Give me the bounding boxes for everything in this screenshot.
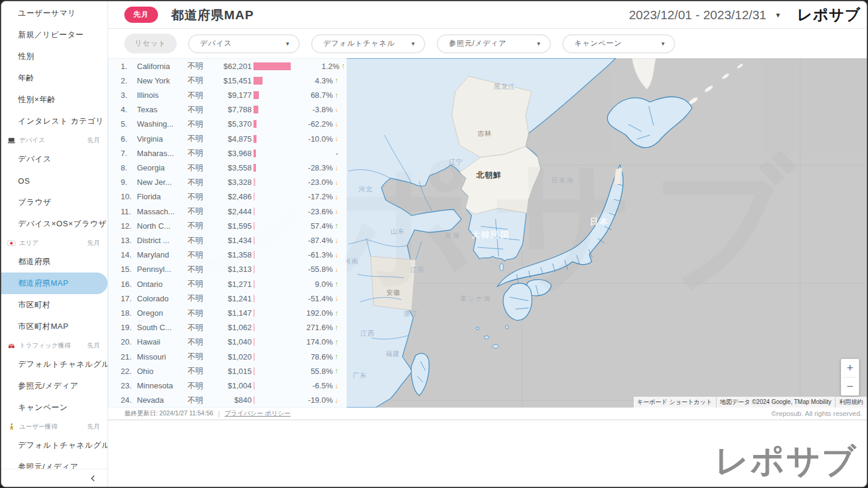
- row-rank: 13.: [117, 236, 137, 245]
- sidebar-item[interactable]: キャンペーン: [1, 397, 108, 418]
- row-bar: [253, 353, 255, 361]
- sidebar-item[interactable]: 市区町村MAP: [1, 316, 108, 337]
- row-change-value: -19.0%: [308, 396, 333, 405]
- table-row[interactable]: 18. Oregon 不明 $1,147 192.0% ↑: [117, 306, 338, 320]
- table-row[interactable]: 4. Texas 不明 $7,788 -3.8% ↓: [117, 103, 338, 117]
- map-canvas[interactable]: レポサブ 黑龙江吉林辽宁河北北朝鮮日本海大韓民国日本山东黄海河南江苏安徽浙江江西…: [108, 58, 867, 408]
- table-row[interactable]: 9. New Jer... 不明 $3,328 -23.0% ↓: [117, 175, 338, 190]
- table-row[interactable]: 12. North C... 不明 $1,595 57.4% ↑: [117, 218, 338, 233]
- row-region-name: California: [137, 62, 187, 71]
- table-row[interactable]: 20. Hawaii 不明 $1,040 174.0% ↑: [117, 335, 338, 349]
- sidebar-item[interactable]: デフォルトチャネルグループ: [1, 435, 108, 456]
- row-bar: [253, 106, 258, 113]
- sidebar-item[interactable]: 市区町村: [1, 294, 108, 316]
- filter-dropdown[interactable]: 参照元/メディア▼: [437, 34, 551, 53]
- sidebar-collapse-button[interactable]: [1, 469, 108, 487]
- chevron-down-icon: ▼: [402, 41, 416, 47]
- filter-dropdown[interactable]: デフォルトチャネル▼: [311, 34, 425, 53]
- row-bar: [253, 236, 255, 244]
- row-bar: [253, 91, 259, 99]
- row-change: -17.2% ↓: [284, 192, 338, 201]
- sidebar-item[interactable]: インタレスト カテゴリ: [1, 110, 108, 132]
- sidebar-item[interactable]: 性別×年齢: [1, 89, 108, 110]
- row-bar-container: [252, 291, 284, 306]
- row-revenue: $2,444: [211, 207, 252, 216]
- row-bar: [253, 367, 255, 375]
- table-row[interactable]: 17. Colorado 不明 $1,241 -51.4% ↓: [117, 291, 338, 306]
- row-device: 不明: [187, 381, 211, 391]
- table-row[interactable]: 6. Virginia 不明 $4,875 -10.0% ↓: [117, 131, 338, 146]
- row-region-name: District ...: [137, 236, 187, 245]
- map-attribution: キーボード ショートカット 地図データ ©2024 Google, TMap M…: [634, 397, 867, 408]
- table-row[interactable]: 23. Minnesota 不明 $1,004 -6.5% ↓: [117, 378, 338, 393]
- trend-arrow-icon: ↑: [335, 221, 338, 230]
- row-bar-container: [252, 103, 284, 117]
- table-row[interactable]: 22. Ohio 不明 $1,015 55.8% ↑: [117, 364, 338, 378]
- row-bar: [253, 324, 255, 331]
- sidebar-item[interactable]: デバイス: [1, 148, 108, 170]
- row-bar-container: [252, 59, 291, 73]
- row-bar-container: [252, 218, 284, 233]
- row-bar-container: [252, 306, 284, 320]
- sidebar-item[interactable]: 新規／リピーター: [1, 24, 108, 46]
- sidebar-item[interactable]: 年齢: [1, 67, 108, 89]
- table-row[interactable]: 24. Nevada 不明 $840 -19.0% ↓: [117, 393, 338, 408]
- keyboard-shortcuts-link[interactable]: キーボード ショートカット: [634, 397, 716, 408]
- sidebar-item[interactable]: 参照元/メディア: [1, 375, 108, 397]
- row-bar: [253, 120, 256, 128]
- row-change: -61.3% ↓: [284, 250, 338, 259]
- filter-dropdown[interactable]: キャンペーン▼: [562, 34, 675, 53]
- trend-arrow-icon: ↓: [335, 251, 338, 259]
- row-change-value: -62.2%: [308, 119, 333, 128]
- sidebar-item[interactable]: 都道府県: [1, 251, 108, 273]
- date-range-picker[interactable]: 2023/12/01 - 2023/12/31 ▼: [629, 8, 782, 22]
- row-region-name: Nevada: [137, 396, 187, 405]
- row-revenue: $15,451: [211, 76, 252, 85]
- table-row[interactable]: 11. Massach... 不明 $2,444 -23.6% ↓: [117, 204, 338, 218]
- table-row[interactable]: 16. Ontario 不明 $1,271 9.0% ↑: [117, 277, 338, 291]
- table-row[interactable]: 13. District ... 不明 $1,434 -87.4% ↓: [117, 233, 338, 247]
- table-row[interactable]: 7. Maharas... 不明 $3,968 -: [117, 146, 338, 160]
- terms-link[interactable]: 利用規約: [836, 397, 867, 408]
- row-rank: 24.: [117, 396, 137, 405]
- row-bar-container: [252, 146, 284, 160]
- trend-arrow-icon: ↓: [335, 164, 338, 172]
- table-row[interactable]: 1. California 不明 $62,201 1.2% ↑: [117, 59, 338, 73]
- sidebar-item[interactable]: 性別: [1, 46, 108, 67]
- table-row[interactable]: 5. Washing... 不明 $5,370 -62.2% ↓: [117, 117, 338, 131]
- row-revenue: $62,201: [211, 62, 252, 71]
- row-change: -6.5% ↓: [284, 381, 338, 390]
- table-row[interactable]: 15. Pennsyl... 不明 $1,313 -55.8% ↓: [117, 262, 338, 277]
- row-bar: [253, 309, 255, 317]
- table-row[interactable]: 19. South C... 不明 $1,062 271.6% ↑: [117, 321, 338, 335]
- trend-arrow-icon: ↑: [335, 280, 338, 288]
- table-row[interactable]: 10. Florida 不明 $2,486 -17.2% ↓: [117, 190, 338, 204]
- row-change: -3.8% ↓: [284, 105, 338, 114]
- filter-dropdown[interactable]: デバイス▼: [188, 34, 300, 53]
- row-bar-container: [252, 364, 284, 378]
- table-row[interactable]: 21. Missouri 不明 $1,020 78.6% ↑: [117, 349, 338, 364]
- sidebar-item[interactable]: ブラウザ: [1, 191, 108, 213]
- sidebar-item[interactable]: OS: [1, 170, 108, 191]
- row-change-value: 192.0%: [306, 309, 333, 318]
- row-change: -62.2% ↓: [284, 119, 338, 128]
- table-row[interactable]: 2. New York 不明 $15,451 4.3% ↑: [117, 73, 338, 88]
- row-bar: [253, 251, 255, 259]
- row-change: -55.8% ↓: [284, 265, 338, 274]
- zoom-out-button[interactable]: −: [841, 378, 859, 396]
- japan-flag-icon: [7, 239, 16, 247]
- sidebar-item[interactable]: ユーザーサマリ: [1, 2, 108, 24]
- sidebar-item[interactable]: デフォルトチャネルグループ: [1, 354, 108, 375]
- sidebar-item[interactable]: 都道府県MAP: [1, 273, 108, 294]
- reset-button[interactable]: リセット: [124, 34, 177, 53]
- table-row[interactable]: 14. Maryland 不明 $1,358 -61.3% ↓: [117, 248, 338, 262]
- zoom-in-button[interactable]: +: [841, 359, 859, 377]
- row-change-value: 174.0%: [306, 337, 333, 346]
- table-row[interactable]: 3. Illinois 不明 $9,177 68.7% ↑: [117, 88, 338, 102]
- sidebar-item[interactable]: デバイス×OS×ブラウザ: [1, 213, 108, 235]
- table-row[interactable]: 8. Georgia 不明 $3,558 -28.3% ↓: [117, 160, 338, 175]
- row-device: 不明: [187, 61, 211, 71]
- privacy-policy-link[interactable]: プライバシー ポリシー: [225, 409, 291, 418]
- row-rank: 23.: [117, 381, 137, 390]
- row-region-name: Texas: [137, 105, 187, 114]
